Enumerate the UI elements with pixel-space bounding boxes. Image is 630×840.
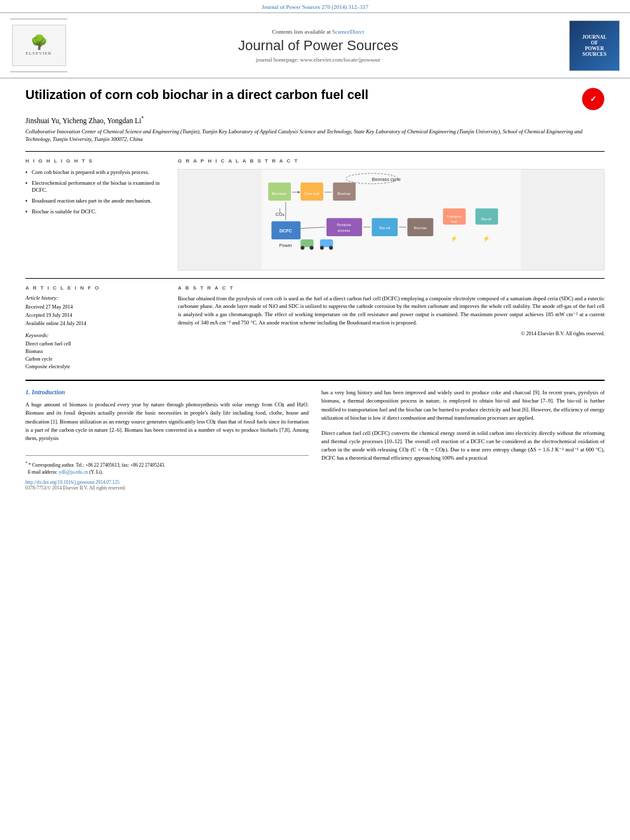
article-title: Utilization of corn cob biochar in a dir… <box>25 88 368 102</box>
graphical-abstract-label: G R A P H I C A L A B S T R A C T <box>178 158 605 164</box>
doi-link[interactable]: http://dx.doi.org/10.1016/j.jpowsour.201… <box>25 479 309 485</box>
crossmark-icon: ✓ <box>582 88 605 110</box>
keywords-label: Keywords: <box>25 332 165 338</box>
svg-text:Pyrolysis: Pyrolysis <box>337 222 351 226</box>
highlights-col: H I G H L I G H T S Corn cob biochar is … <box>25 158 165 270</box>
svg-text:DCFC: DCFC <box>279 228 292 233</box>
available-date: Available online 24 July 2014 <box>25 320 165 327</box>
article-info-abstract-section: A R T I C L E I N F O Article history: R… <box>25 278 605 371</box>
elsevier-logo-box: 🌳 ELSEVIER <box>12 25 66 66</box>
article-title-row: Utilization of corn cob biochar in a dir… <box>25 88 605 110</box>
intro-para1: A huge amount of biomass is produced eve… <box>25 401 309 443</box>
svg-text:Biochar: Biochar <box>414 225 427 229</box>
affiliation: Collaborative Innovation Center of Chemi… <box>25 128 605 143</box>
intro-right-col: has a very long history and has been imp… <box>321 389 605 491</box>
email-footnote: E-mail address: ydli@ju.edu.cn (Y. Li). <box>25 469 309 476</box>
journal-reference: Journal of Power Sources 270 (2014) 312–… <box>0 0 630 12</box>
history-label: Article history: <box>25 295 165 301</box>
svg-point-24 <box>300 246 304 250</box>
journal-logo-right: JOURNALOFPOWERSOURCES <box>569 20 620 71</box>
journal-header: 🌳 ELSEVIER Contents lists available at S… <box>0 12 630 79</box>
highlight-item: Boudouard reaction takes part in the ano… <box>25 197 165 205</box>
keyword-4: Composite electrolyte <box>25 363 165 371</box>
svg-point-28 <box>329 246 333 250</box>
svg-text:Bio-oil: Bio-oil <box>379 225 390 229</box>
journal-homepage: journal homepage: www.elsevier.com/locat… <box>74 57 563 63</box>
intro-left-col: 1. Introduction A huge amount of biomass… <box>25 389 309 491</box>
issn-text: 0378-7753/© 2014 Elsevier B.V. All right… <box>25 485 309 491</box>
intro-para2: has a very long history and has been imp… <box>321 389 605 422</box>
svg-text:Biochar: Biochar <box>337 190 351 195</box>
svg-text:Bio-oil: Bio-oil <box>481 217 492 220</box>
graphical-abstract-col: G R A P H I C A L A B S T R A C T Biomas… <box>178 158 605 270</box>
intro-para3: Direct carbon fuel cell (DCFC) converts … <box>321 429 605 463</box>
svg-point-27 <box>320 246 324 250</box>
highlight-item: Biochar is suitable for DCFC. <box>25 208 165 216</box>
svg-text:⚡: ⚡ <box>450 235 458 243</box>
keyword-3: Carbon cycle <box>25 356 165 363</box>
authors: Jinshuai Yu, Yicheng Zhao, Yongdan Li* <box>25 116 605 124</box>
elsevier-logo-area: 🌳 ELSEVIER <box>10 18 67 72</box>
contents-available: Contents lists available at ScienceDirec… <box>74 29 563 35</box>
highlight-item: Electrochemical performance of the bioch… <box>25 180 165 195</box>
footnote-area: * * Corresponding author. Tel.: +86 22 2… <box>25 455 309 491</box>
svg-text:⚡: ⚡ <box>483 235 490 243</box>
article-info-col: A R T I C L E I N F O Article history: R… <box>25 285 165 371</box>
article-info-label: A R T I C L E I N F O <box>25 285 165 291</box>
main-content: Utilization of corn cob biochar in a dir… <box>0 79 630 503</box>
accepted-date: Accepted 19 July 2014 <box>25 312 165 319</box>
abstract-col: A B S T R A C T Biochar obtained from th… <box>178 285 605 371</box>
keyword-2: Biomass <box>25 348 165 356</box>
highlights-list: Corn cob biochar is prepared with a pyro… <box>25 169 165 216</box>
highlight-item: Corn cob biochar is prepared with a pyro… <box>25 169 165 177</box>
intro-heading: 1. Introduction <box>25 389 309 396</box>
introduction-section: 1. Introduction A huge amount of biomass… <box>25 380 605 491</box>
corresponding-author: * * Corresponding author. Tel.: +86 22 2… <box>25 460 309 469</box>
author-email[interactable]: ydli@ju.edu.cn <box>59 469 88 475</box>
received-date: Received 27 May 2014 <box>25 303 165 310</box>
svg-text:Transport: Transport <box>446 215 462 218</box>
svg-text:Corn cob: Corn cob <box>304 190 319 195</box>
elsevier-brand: ELSEVIER <box>25 51 51 56</box>
abstract-label: A B S T R A C T <box>178 285 605 291</box>
sciencedirect-link[interactable]: ScienceDirect <box>332 29 364 35</box>
svg-text:Power: Power <box>279 243 293 248</box>
journal-center: Contents lists available at ScienceDirec… <box>74 29 563 63</box>
journal-title: Journal of Power Sources <box>74 37 563 54</box>
svg-text:process: process <box>338 228 351 232</box>
copyright: © 2014 Elsevier B.V. All rights reserved… <box>178 331 605 337</box>
abstract-text: Biochar obtained from the pyrolysis of c… <box>178 295 605 327</box>
highlights-label: H I G H L I G H T S <box>25 158 165 164</box>
keyword-1: Direct carbon fuel cell <box>25 340 165 348</box>
graphical-abstract-image: Biomass cycle Biomass Corn cob Biochar C… <box>178 169 605 270</box>
svg-text:Biomass cycle: Biomass cycle <box>372 177 401 182</box>
svg-text:Biomass: Biomass <box>272 190 286 195</box>
svg-point-25 <box>310 246 314 250</box>
svg-text:✓: ✓ <box>590 95 596 103</box>
svg-rect-15 <box>326 218 362 236</box>
svg-text:fuel: fuel <box>451 219 457 223</box>
highlights-graphical-section: H I G H L I G H T S Corn cob biochar is … <box>25 151 605 270</box>
elsevier-tree-icon: 🌳 <box>30 36 48 50</box>
